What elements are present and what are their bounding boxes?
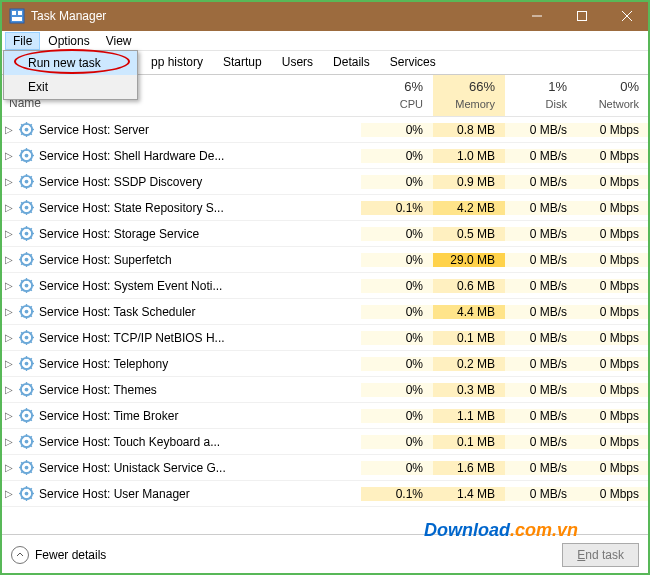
process-row[interactable]: ▷Service Host: Themes0%0.3 MB0 MB/s0 Mbp… [1,377,649,403]
menu-view[interactable]: View [98,32,140,50]
svg-point-149 [24,492,28,496]
col-network[interactable]: 0% Network [577,75,649,116]
process-row[interactable]: ▷Service Host: Storage Service0%0.5 MB0 … [1,221,649,247]
svg-rect-2 [18,11,22,15]
process-row[interactable]: ▷Service Host: System Event Noti...0%0.6… [1,273,649,299]
svg-point-9 [24,128,28,132]
memory-cell: 4.4 MB [433,305,505,319]
network-cell: 0 Mbps [577,201,649,215]
expand-icon[interactable]: ▷ [1,176,17,187]
gear-icon [17,434,35,449]
memory-cell: 0.8 MB [433,123,505,137]
expand-icon[interactable]: ▷ [1,436,17,447]
network-cell: 0 Mbps [577,227,649,241]
close-button[interactable] [604,1,649,31]
network-cell: 0 Mbps [577,253,649,267]
process-row[interactable]: ▷Service Host: TCP/IP NetBIOS H...0%0.1 … [1,325,649,351]
expand-icon[interactable]: ▷ [1,254,17,265]
gear-icon [17,486,35,501]
tab-services[interactable]: Services [380,50,446,74]
cpu-cell: 0% [361,279,433,293]
maximize-button[interactable] [559,1,604,31]
disk-cell: 0 MB/s [505,435,577,449]
col-cpu[interactable]: 6% CPU [361,75,433,116]
expand-icon[interactable]: ▷ [1,202,17,213]
process-name: Service Host: Touch Keyboard a... [35,435,361,449]
expand-icon[interactable]: ▷ [1,488,17,499]
disk-cell: 0 MB/s [505,175,577,189]
tab-app-history[interactable]: pp history [141,50,213,74]
network-cell: 0 Mbps [577,461,649,475]
menu-run-new-task[interactable]: Run new task [4,51,137,75]
expand-icon[interactable]: ▷ [1,410,17,421]
svg-point-109 [24,388,28,392]
process-row[interactable]: ▷Service Host: Task Scheduler0%4.4 MB0 M… [1,299,649,325]
process-row[interactable]: ▷Service Host: Unistack Service G...0%1.… [1,455,649,481]
expand-icon[interactable]: ▷ [1,358,17,369]
gear-icon [17,226,35,241]
memory-cell: 0.1 MB [433,331,505,345]
tab-users[interactable]: Users [272,50,323,74]
network-cell: 0 Mbps [577,383,649,397]
gear-icon [17,174,35,189]
end-task-button[interactable]: End task [562,543,639,567]
process-row[interactable]: ▷Service Host: Superfetch0%29.0 MB0 MB/s… [1,247,649,273]
process-row[interactable]: ▷Service Host: Server0%0.8 MB0 MB/s0 Mbp… [1,117,649,143]
disk-cell: 0 MB/s [505,461,577,475]
expand-icon[interactable]: ▷ [1,306,17,317]
gear-icon [17,356,35,371]
process-row[interactable]: ▷Service Host: Time Broker0%1.1 MB0 MB/s… [1,403,649,429]
tab-details[interactable]: Details [323,50,380,74]
process-row[interactable]: ▷Service Host: SSDP Discovery0%0.9 MB0 M… [1,169,649,195]
gear-icon [17,122,35,137]
disk-percent: 1% [505,79,567,94]
expand-icon[interactable]: ▷ [1,462,17,473]
gear-icon [17,304,35,319]
col-memory[interactable]: 66% Memory [433,75,505,116]
cpu-cell: 0% [361,253,433,267]
svg-point-19 [24,154,28,158]
svg-point-129 [24,440,28,444]
expand-icon[interactable]: ▷ [1,332,17,343]
gear-icon [17,278,35,293]
cpu-cell: 0.1% [361,201,433,215]
expand-icon[interactable]: ▷ [1,124,17,135]
gear-icon [17,148,35,163]
cpu-percent: 6% [361,79,423,94]
memory-cell: 0.1 MB [433,435,505,449]
expand-icon[interactable]: ▷ [1,228,17,239]
col-disk[interactable]: 1% Disk [505,75,577,116]
svg-point-59 [24,258,28,262]
menu-exit[interactable]: Exit [4,75,137,99]
network-cell: 0 Mbps [577,357,649,371]
fewer-details-button[interactable]: Fewer details [11,546,106,564]
menu-options[interactable]: Options [40,32,97,50]
process-row[interactable]: ▷Service Host: Telephony0%0.2 MB0 MB/s0 … [1,351,649,377]
file-menu-dropdown: Run new task Exit [3,50,138,100]
minimize-button[interactable] [514,1,559,31]
disk-cell: 0 MB/s [505,331,577,345]
menu-file[interactable]: File [5,32,40,50]
svg-point-99 [24,362,28,366]
chevron-up-icon [11,546,29,564]
process-row[interactable]: ▷Service Host: State Repository S...0.1%… [1,195,649,221]
process-row[interactable]: ▷Service Host: Touch Keyboard a...0%0.1 … [1,429,649,455]
process-name: Service Host: Shell Hardware De... [35,149,361,163]
tab-startup[interactable]: Startup [213,50,272,74]
memory-cell: 0.9 MB [433,175,505,189]
process-name: Service Host: Time Broker [35,409,361,423]
process-row[interactable]: ▷Service Host: User Manager0.1%1.4 MB0 M… [1,481,649,507]
process-row[interactable]: ▷Service Host: Shell Hardware De...0%1.0… [1,143,649,169]
expand-icon[interactable]: ▷ [1,384,17,395]
gear-icon [17,200,35,215]
network-cell: 0 Mbps [577,331,649,345]
cpu-cell: 0% [361,383,433,397]
expand-icon[interactable]: ▷ [1,150,17,161]
footer: Fewer details End task [1,534,649,574]
cpu-cell: 0% [361,123,433,137]
expand-icon[interactable]: ▷ [1,280,17,291]
disk-cell: 0 MB/s [505,409,577,423]
cpu-cell: 0% [361,461,433,475]
process-name: Service Host: SSDP Discovery [35,175,361,189]
disk-cell: 0 MB/s [505,149,577,163]
